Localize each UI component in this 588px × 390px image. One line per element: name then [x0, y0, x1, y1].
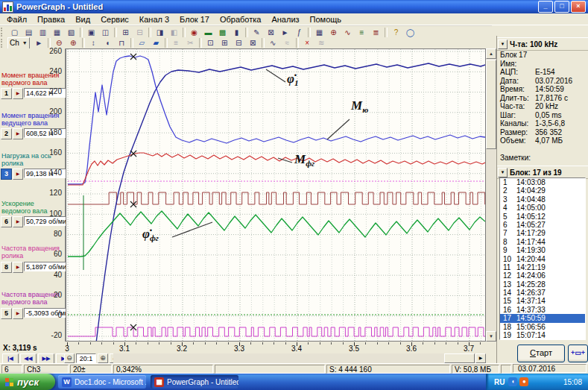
print-button[interactable]: ▣	[84, 27, 98, 37]
channel-1-button[interactable]: 1	[1, 88, 12, 99]
plot-area[interactable]: φ̇1МюМфгφ̇фг	[66, 48, 486, 342]
block-row-15[interactable]: 1514:37:14	[500, 297, 585, 305]
smooth-button[interactable]: ∿	[266, 38, 280, 48]
menu-item-3[interactable]: Вид	[70, 14, 95, 25]
horizontal-scroll-thumb[interactable]	[444, 353, 475, 363]
zoom-out-button[interactable]: ⊖	[64, 353, 75, 363]
minimize-button[interactable]: _	[538, 1, 553, 13]
block-row-9[interactable]: 914:19:30	[500, 246, 585, 254]
search-button[interactable]: ⊕	[326, 27, 341, 37]
plot-vertical-scrollbar[interactable]: ▲ ▼	[486, 48, 496, 342]
block-row-10[interactable]: 1014:20:44	[500, 255, 585, 263]
language-indicator[interactable]: RU	[494, 378, 505, 386]
chart-wave-button[interactable]: ∿	[341, 27, 355, 37]
clamp-button[interactable]: ⊓	[115, 38, 129, 48]
menu-item-2[interactable]: Правка	[32, 14, 70, 25]
menu-item-1[interactable]: Файл	[1, 14, 32, 25]
menu-item-9[interactable]: Помощь	[305, 14, 347, 25]
block-row-19[interactable]: 1915:07:14	[500, 331, 585, 339]
marker-2-button[interactable]: ⊞	[218, 38, 232, 48]
block-row-17[interactable]: 1714:50:59	[500, 314, 585, 322]
block-row-4[interactable]: 414:05:00	[500, 204, 585, 212]
block-row-18[interactable]: 1815:06:56	[500, 323, 585, 331]
marker-3-button[interactable]: ⊟	[232, 38, 246, 48]
chart-spectrum-button[interactable]: ≡	[355, 27, 369, 37]
block-row-8[interactable]: 814:17:44	[500, 238, 585, 246]
copy-channels-button[interactable]: ◨	[153, 27, 167, 37]
block-row-5[interactable]: 514:05:12	[500, 213, 585, 221]
scroll-down-button[interactable]: ▼	[486, 331, 496, 342]
channel-6-expand-button[interactable]: ▶	[13, 216, 23, 227]
vertical-scroll-thumb[interactable]	[486, 60, 496, 149]
chart-view-2-button[interactable]: ▰	[149, 38, 163, 48]
block-row-16[interactable]: 1614:37:33	[500, 306, 585, 314]
pin-button[interactable]: ↕	[86, 38, 101, 48]
delete-channel-button[interactable]: ×	[300, 38, 314, 48]
block-dropdown-button[interactable]: ▼	[498, 168, 508, 177]
channel-3-button[interactable]: 3	[1, 169, 12, 180]
channel-8-expand-button[interactable]: ▶	[13, 262, 23, 273]
channel-2-button[interactable]: 2	[1, 128, 12, 139]
open-folder-button[interactable]: ▥	[36, 27, 50, 37]
menu-item-5[interactable]: Канал 3	[134, 14, 174, 25]
marker-1-button[interactable]: ⊡	[203, 38, 218, 48]
overlay-button[interactable]: ▩	[215, 27, 230, 37]
volume-icon[interactable]: ◖	[508, 377, 517, 386]
block-list[interactable]: 114:03:08214:04:29314:04:48414:05:00514:…	[499, 177, 586, 340]
new-file-button[interactable]: ▢	[7, 27, 22, 37]
device-button[interactable]: ▮	[230, 27, 244, 37]
plot-horizontal-scrollbar[interactable]	[113, 353, 475, 363]
start-acquisition-button[interactable]: Старт	[517, 345, 565, 362]
frequency-dropdown-button[interactable]: ▼	[498, 40, 508, 49]
agent-icon[interactable]: ●	[519, 377, 528, 386]
sound-button[interactable]: ◖	[101, 38, 115, 48]
taskbar-clock[interactable]: 15:08	[563, 378, 582, 386]
block-row-12[interactable]: 1214:24:06	[500, 271, 585, 280]
record-button[interactable]: ◉	[187, 27, 201, 37]
web-button[interactable]: ◯	[403, 27, 417, 37]
zoom-in-button[interactable]: ⊕	[66, 38, 80, 48]
data-table-button[interactable]: ▦	[312, 27, 326, 37]
scroll-right-button[interactable]: ▶	[475, 353, 486, 363]
taskbar-task-2[interactable]: ▦PowerGraph - Untitled	[151, 375, 238, 389]
menu-item-7[interactable]: Обработка	[215, 14, 266, 25]
channel-6-button[interactable]: 6	[1, 216, 12, 227]
chart-histogram-button[interactable]: ≣	[369, 27, 383, 37]
channel-5-expand-button[interactable]: ▶	[13, 308, 23, 319]
pointer-button[interactable]: ►	[278, 27, 292, 37]
block-row-14[interactable]: 1414:26:37	[500, 289, 585, 297]
block-row-7[interactable]: 714:17:29	[500, 229, 585, 237]
block-row-2[interactable]: 214:04:29	[500, 186, 585, 195]
help-button[interactable]: ?	[389, 27, 403, 37]
menu-item-4[interactable]: Сервис	[95, 14, 134, 25]
print-preview-button[interactable]: ◫	[98, 27, 113, 37]
open-file-button[interactable]: ▤	[22, 27, 36, 37]
save-block-button[interactable]: ▧	[64, 27, 78, 37]
block-row-3[interactable]: 314:04:48	[500, 195, 585, 204]
maximize-button[interactable]: □	[554, 1, 569, 13]
close-button[interactable]: ×	[571, 1, 586, 13]
scroll-up-button[interactable]: ▲	[486, 48, 496, 59]
title-bar[interactable]: PowerGraph - Untitled _□×	[0, 0, 588, 13]
channel-5-button[interactable]: 5	[1, 308, 12, 319]
marker-4-button[interactable]: ⊠	[246, 38, 260, 48]
zoom-in-button[interactable]: ⊕	[98, 353, 108, 363]
block-row-13[interactable]: 1314:25:28	[500, 280, 585, 289]
channel-1-expand-button[interactable]: ▶	[13, 88, 23, 99]
edit-button[interactable]: ✎	[250, 27, 264, 37]
block-row-6[interactable]: 614:05:27	[500, 221, 585, 229]
block-row-11[interactable]: 1114:21:19	[500, 263, 585, 271]
grid-edit-button[interactable]: ⊠	[264, 27, 278, 37]
menu-item-6[interactable]: Блок 17	[174, 14, 215, 25]
channel-2-expand-button[interactable]: ▶	[13, 128, 23, 139]
channel-3-expand-button[interactable]: ▶	[13, 169, 23, 180]
chart-view-1-button[interactable]: ▱	[135, 38, 149, 48]
start-menu-button[interactable]: пуск	[0, 374, 55, 390]
copy-block-button[interactable]: ⊞	[118, 27, 133, 37]
monitor-button[interactable]: ▬	[201, 27, 215, 37]
taskbar-task-1[interactable]: WDoc1.doc - Microsoft ...	[58, 375, 146, 389]
save-file-button[interactable]: ▦	[50, 27, 64, 37]
autoscale-button[interactable]: +▭+	[568, 345, 588, 362]
block-row-1[interactable]: 114:03:08	[500, 178, 585, 186]
function-button[interactable]: ƒ	[292, 27, 306, 37]
